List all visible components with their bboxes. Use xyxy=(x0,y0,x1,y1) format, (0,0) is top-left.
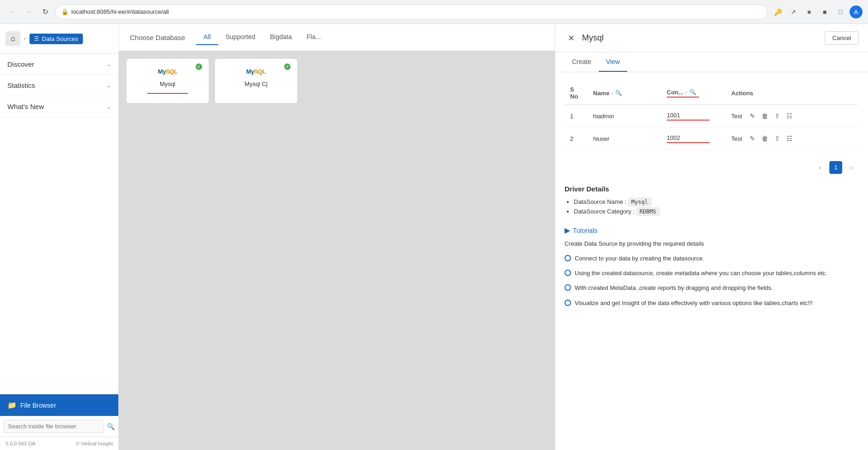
db-card-mysql[interactable]: MySQL Mysql xyxy=(126,58,209,104)
extension-icon[interactable]: ■ xyxy=(818,6,831,18)
browser-chrome: ← → ↻ 🔒 localhost:8085/hi-ee/#/datasourc… xyxy=(0,0,868,24)
sidebar-nav: Discover ⌄ Statistics ⌄ What's New ⌄ xyxy=(0,54,118,394)
search-icon[interactable]: 🔍 xyxy=(107,423,115,430)
discover-section-header[interactable]: Discover ⌄ xyxy=(0,54,118,75)
sidebar-bottom-bar: 5.0.0.943 GA © Helical Insight xyxy=(0,437,118,450)
datasource-icon: ☰ xyxy=(34,35,39,42)
cancel-button[interactable]: Cancel xyxy=(825,31,859,45)
name-search-icon[interactable]: 🔍 xyxy=(615,90,622,96)
name-sort-icon[interactable]: ↕ xyxy=(611,91,613,96)
row1-test-link[interactable]: Test xyxy=(731,113,742,120)
col-header-name: Name ↕ 🔍 xyxy=(588,81,661,105)
current-page-label: ☰ Data Sources xyxy=(29,34,83,44)
address-bar: 🔒 localhost:8085/hi-ee/#/datasource/all xyxy=(55,5,768,19)
mysql-logo-2: MySQL xyxy=(246,68,266,75)
back-button[interactable]: ← xyxy=(6,6,18,18)
row1-sno: 1 xyxy=(565,105,588,127)
whats-new-section-header[interactable]: What's New ⌄ xyxy=(0,96,118,117)
db-card-mysql-cj[interactable]: MySQL Mysql Cj xyxy=(215,58,297,104)
choose-db-title: Choose Database xyxy=(130,34,185,41)
page-1-button[interactable]: 1 xyxy=(829,161,842,174)
step-1: Connect to your data by creating the dat… xyxy=(565,254,859,263)
sidebar-header: ⌂ › ☰ Data Sources xyxy=(0,24,118,54)
row2-share-button[interactable]: ⇧ xyxy=(772,133,783,144)
page-prev-button[interactable]: ‹ xyxy=(815,162,826,173)
helical-text: © Helical Insight xyxy=(76,441,113,446)
row2-actions: Test ✎ 🗑 ⇧ ☷ xyxy=(726,127,859,150)
main-content: Choose Database All Supported Bigdata Fl… xyxy=(119,24,868,450)
tab-all[interactable]: All xyxy=(196,29,218,45)
statistics-chevron: ⌄ xyxy=(106,82,111,89)
home-button[interactable]: ⌂ xyxy=(6,31,20,46)
discover-chevron: ⌄ xyxy=(106,61,111,68)
col-header-con: Con... ↕ 🔍 xyxy=(661,81,726,105)
table-row: 1 hiadmin 1001 Test ✎ 🗑 xyxy=(565,105,859,127)
page-next-button[interactable]: › xyxy=(846,162,857,173)
url-text: localhost:8085/hi-ee/#/datasource/all xyxy=(71,8,169,15)
copyright-icon: © xyxy=(76,441,79,446)
row2-grid-button[interactable]: ☷ xyxy=(784,133,795,144)
profile-icon[interactable]: A xyxy=(850,6,862,18)
row1-edit-button[interactable]: ✎ xyxy=(747,110,758,121)
right-panel-header: ✕ Mysql Cancel xyxy=(555,24,868,52)
tutorials-label: Tutorials xyxy=(573,227,597,234)
tab-view[interactable]: View xyxy=(599,52,627,72)
step-3: With created MetaData ,create reports by… xyxy=(565,284,859,292)
tab-create[interactable]: Create xyxy=(565,52,599,72)
close-button[interactable]: ✕ xyxy=(565,32,577,45)
tutorials-link[interactable]: ▶ Tutorials xyxy=(565,226,859,235)
statistics-section-header[interactable]: Statistics ⌄ xyxy=(0,75,118,96)
version-text: 5.0.0.943 GA xyxy=(6,441,35,446)
tab-icon[interactable]: □ xyxy=(834,6,847,18)
step-4: Visualize and get Insight of the data ef… xyxy=(565,299,859,307)
panel-tabs: Create View xyxy=(555,52,868,72)
row2-delete-button[interactable]: 🗑 xyxy=(759,133,771,144)
row2-edit-button[interactable]: ✎ xyxy=(747,133,758,144)
file-browser-label: File Browser xyxy=(20,402,56,409)
row2-sno: 2 xyxy=(565,127,588,150)
powered-by-text: Helical Insight xyxy=(82,441,113,446)
row1-con: 1001 xyxy=(661,105,726,127)
con-sort-icon[interactable]: ↕ xyxy=(685,90,687,95)
app-container: ⌂ › ☰ Data Sources Discover ⌄ Statistics… xyxy=(0,24,868,450)
file-browser-button[interactable]: 📁 File Browser xyxy=(0,394,118,416)
nav-section-discover: Discover ⌄ xyxy=(0,54,118,75)
refresh-button[interactable]: ↻ xyxy=(39,6,52,18)
status-dot-mysql xyxy=(196,63,202,70)
step-2-dot xyxy=(565,270,571,276)
row1-name: hiadmin xyxy=(588,105,661,127)
con-search-icon[interactable]: 🔍 xyxy=(689,89,696,95)
share-icon[interactable]: ↗ xyxy=(787,6,800,18)
lock-icon: 🔒 xyxy=(61,8,69,15)
tab-flat[interactable]: Fla... xyxy=(299,29,328,45)
tab-bigdata[interactable]: Bigdata xyxy=(262,29,299,45)
col-header-actions: Actions xyxy=(726,81,859,105)
tutorials-play-icon: ▶ xyxy=(565,226,570,235)
tab-supported[interactable]: Supported xyxy=(218,29,263,45)
datasource-name-badge: Mysql xyxy=(628,198,651,206)
row2-name: hiuser xyxy=(588,127,661,150)
steps-list: Connect to your data by creating the dat… xyxy=(565,254,859,307)
chrome-actions: 🔑 ↗ ★ ■ □ A xyxy=(771,6,862,18)
key-icon[interactable]: 🔑 xyxy=(771,6,784,18)
row1-delete-button[interactable]: 🗑 xyxy=(759,110,771,121)
row2-test-link[interactable]: Test xyxy=(731,135,742,142)
nav-section-whats-new: What's New ⌄ xyxy=(0,96,118,117)
star-icon[interactable]: ★ xyxy=(803,6,816,18)
db-card-name-mysql-cj: Mysql Cj xyxy=(245,81,268,87)
folder-icon: 📁 xyxy=(7,401,17,410)
search-bar: 🔍 xyxy=(0,416,118,437)
row1-grid-button[interactable]: ☷ xyxy=(784,110,795,121)
step-4-dot xyxy=(565,300,571,306)
pagination: ‹ 1 › xyxy=(565,161,859,174)
mysql-logo-1: MySQL xyxy=(158,68,177,75)
step-3-dot xyxy=(565,284,571,291)
datasource-category-badge: RDBMS xyxy=(636,208,659,216)
driver-details: Driver Details DataSource Name : Mysql D… xyxy=(565,185,859,215)
forward-button[interactable]: → xyxy=(22,6,35,18)
step-2: Using the created datasource, create met… xyxy=(565,269,859,277)
row1-share-button[interactable]: ⇧ xyxy=(772,110,783,121)
search-input[interactable] xyxy=(4,420,104,433)
description-text: Create Data Source by providing the requ… xyxy=(565,240,859,247)
breadcrumb-separator: › xyxy=(24,35,26,42)
